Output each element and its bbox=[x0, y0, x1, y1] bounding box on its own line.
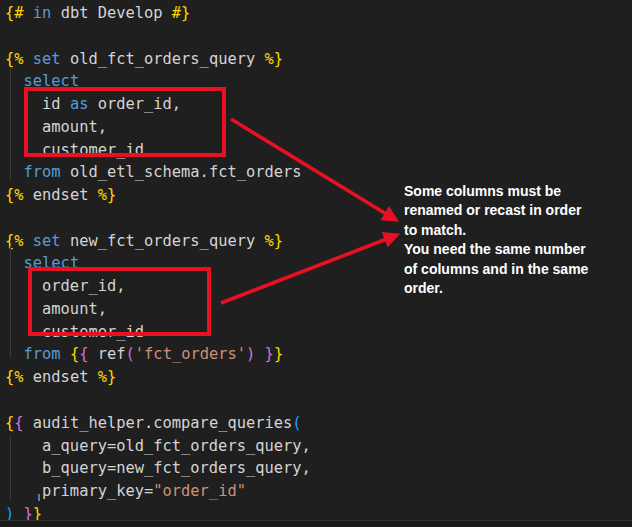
code-token: %} bbox=[98, 368, 117, 386]
active-bracket-guide bbox=[38, 494, 40, 501]
code-token: set bbox=[24, 232, 61, 250]
annotation-note: Some columns must berenamed or recast in… bbox=[404, 182, 626, 298]
code-token: dbt Develop bbox=[51, 4, 171, 22]
code-line: from old_etl_schema.fct_orders bbox=[5, 161, 311, 184]
code-line: primary_key="order_id" bbox=[5, 480, 311, 503]
indent-guide bbox=[10, 435, 11, 500]
code-token bbox=[255, 345, 264, 363]
code-token: old_etl_schema.fct_orders bbox=[61, 163, 302, 181]
code-token: #} bbox=[172, 4, 191, 22]
code-token bbox=[5, 72, 24, 90]
annotation-note-line: renamed or recast in order bbox=[404, 201, 626, 220]
code-token: set bbox=[24, 50, 61, 68]
code-token: } bbox=[265, 345, 274, 363]
code-line: from {{ ref('fct_orders') }} bbox=[5, 343, 311, 366]
code-area[interactable]: {# in dbt Develop #}{% set old_fct_order… bbox=[5, 2, 311, 526]
editor-bottom-edge bbox=[0, 520, 632, 527]
annotation-box bbox=[28, 267, 211, 336]
code-token: ( bbox=[126, 345, 135, 363]
code-line: {% endset %} bbox=[5, 184, 311, 207]
code-token: {% bbox=[5, 368, 24, 386]
code-line: {{ audit_helper.compare_queries( bbox=[5, 412, 311, 435]
code-token bbox=[5, 163, 24, 181]
code-token: a_query=old_fct_orders_query, bbox=[5, 437, 311, 455]
annotation-note-line: You need the same number bbox=[404, 240, 626, 259]
annotation-note-line: to match. bbox=[404, 221, 626, 240]
code-line bbox=[5, 389, 311, 412]
code-line: {% set old_fct_orders_query %} bbox=[5, 48, 311, 71]
code-token: %} bbox=[264, 232, 283, 250]
code-token: ( bbox=[292, 414, 301, 432]
code-line bbox=[5, 207, 311, 230]
code-token: {% bbox=[5, 186, 24, 204]
code-token: {% bbox=[5, 50, 24, 68]
code-token: { bbox=[5, 414, 14, 432]
code-line: a_query=old_fct_orders_query, bbox=[5, 435, 311, 458]
annotation-note-line: of columns and in the same bbox=[404, 260, 626, 279]
annotation-note-line: order. bbox=[404, 279, 626, 298]
code-token: 'fct_orders' bbox=[135, 345, 246, 363]
code-line: {% endset %} bbox=[5, 366, 311, 389]
code-line: b_query=new_fct_orders_query, bbox=[5, 457, 311, 480]
indent-guide bbox=[10, 68, 11, 180]
code-token: %} bbox=[264, 50, 283, 68]
code-token: old_fct_orders_query bbox=[61, 50, 265, 68]
code-token: ) bbox=[246, 345, 255, 363]
code-token: from bbox=[24, 163, 61, 181]
code-editor[interactable]: {# in dbt Develop #}{% set old_fct_order… bbox=[0, 0, 632, 527]
code-token: in bbox=[24, 4, 52, 22]
code-token bbox=[5, 254, 24, 272]
annotation-box bbox=[24, 87, 226, 157]
code-token bbox=[5, 345, 24, 363]
indent-guide bbox=[10, 246, 11, 358]
code-token: new_fct_orders_query bbox=[61, 232, 265, 250]
code-token: {% bbox=[5, 232, 24, 250]
code-token: { bbox=[14, 414, 23, 432]
code-token: endset bbox=[24, 186, 98, 204]
annotation-note-line: Some columns must be bbox=[404, 182, 626, 201]
code-line: {% set new_fct_orders_query %} bbox=[5, 230, 311, 253]
code-token: } bbox=[274, 345, 283, 363]
code-token: from bbox=[24, 345, 61, 363]
code-token: endset bbox=[24, 368, 98, 386]
code-token: %} bbox=[98, 186, 117, 204]
code-token: primary_key= bbox=[5, 482, 153, 500]
code-token: ref bbox=[88, 345, 125, 363]
code-line bbox=[5, 25, 311, 48]
code-line: {# in dbt Develop #} bbox=[5, 2, 311, 25]
code-token: {# bbox=[5, 4, 24, 22]
code-token: audit_helper.compare_queries bbox=[24, 414, 293, 432]
code-token: { bbox=[70, 345, 79, 363]
code-token bbox=[61, 345, 70, 363]
code-token: "order_id" bbox=[153, 482, 246, 500]
code-token: b_query=new_fct_orders_query, bbox=[5, 459, 311, 477]
